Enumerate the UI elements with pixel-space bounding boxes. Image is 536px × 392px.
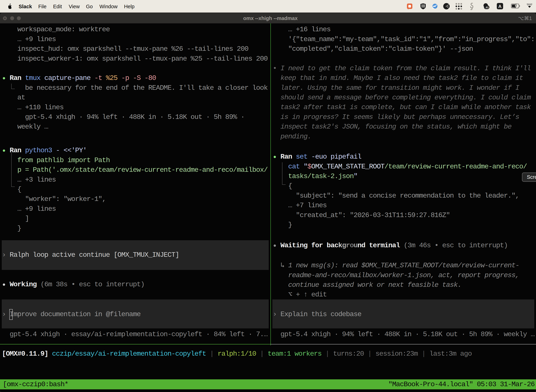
svg-text:..61: ..61	[485, 6, 489, 9]
